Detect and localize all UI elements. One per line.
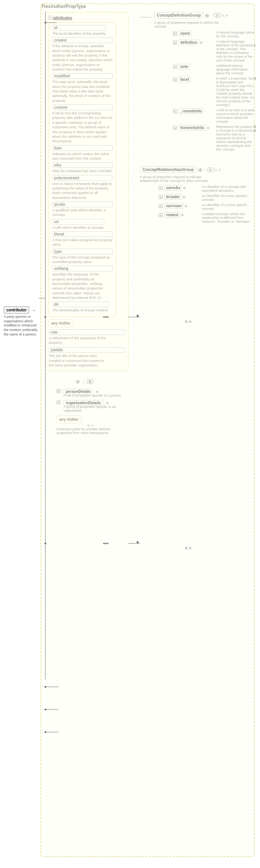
def-connectors: ⊕ → ⊞ (205, 12, 220, 18)
attr-qcode-row: qcode A qualified code which identifies … (52, 202, 113, 217)
svg-rect-12 (45, 686, 46, 688)
attr-creator-desc: If the attribute is empty, specifies whi… (52, 44, 113, 72)
org-details-desc: A group of properties specific to an org… (63, 405, 132, 412)
attr-id-desc: The local identifier of the property. (52, 31, 106, 36)
svg-text:0..∞: 0..∞ (185, 546, 191, 550)
concept-rel-section: ConceptRelationshipsGroup ⊕ → ⊞ 0..∞ A g… (140, 166, 256, 223)
contributor-desc: A party (person or organisation) which m… (4, 315, 42, 337)
attr-jobtitle-row: jobtitle The job title of the person who… (49, 347, 125, 368)
attr-qcode-desc: A qualified code which identifies a conc… (52, 208, 113, 217)
attr-why-row: why Why the metadata has been included. (52, 162, 113, 173)
attr-jobtitle-label: jobtitle (49, 347, 125, 353)
def-facet-label: facet (178, 77, 191, 82)
attr-xmllang-label: xmllang (52, 266, 113, 271)
attr-modified-row: modified The date (and, optionally, the … (52, 73, 113, 103)
attr-id-row: id The local identifier of the property. (52, 25, 113, 36)
concept-rel-label: ConceptRelationshipsGroup (140, 166, 197, 173)
def-item-note: + note Additional natural language infor… (173, 64, 256, 75)
any-other-bottom-desc: Extension point for provider-defined pro… (57, 427, 125, 435)
person-details-row: + personDetails ⊕ A set of properties sp… (57, 389, 256, 397)
rel-items: + sameAs ⊕ An identifier of a concept wi… (159, 185, 255, 223)
attr-jobtitle-desc: The job title of the person who created … (49, 354, 109, 368)
def-definition-desc: A natural language definition of the sem… (216, 40, 256, 62)
rel-related-desc: A related concept, where the relationshi… (202, 212, 255, 223)
rel-multiplicity: 0..∞ (215, 168, 221, 172)
outer-yellow-box: − attributes id The local identifier of … (43, 12, 256, 435)
attr-custom-label: custom (52, 105, 113, 110)
attr-role-label: role (49, 329, 125, 335)
name-plus-icon: + (173, 32, 177, 35)
attributes-items-box: id The local identifier of the property.… (49, 22, 116, 317)
minus-icon[interactable]: − (49, 16, 53, 20)
svg-marker-19 (137, 541, 139, 544)
broader-badge: ⊕ (183, 195, 186, 199)
attr-literal-label: literal (52, 231, 113, 237)
rel-sameas-label: sameAs (164, 185, 182, 191)
attr-dir-desc: The directionality of textual content. (52, 308, 108, 312)
bottom-section: ⊕ → ⊞ + personDetails ⊕ A set of propert… (45, 379, 256, 435)
any-other-bottom-row: any #other 0..∞ Extension point for prov… (57, 416, 256, 435)
any-other-attrs-row: any #other (49, 319, 125, 327)
attr-dir-row: dir The directionality of textual conten… (52, 302, 113, 312)
attr-why-label: why (52, 162, 113, 168)
attributes-label: attributes (53, 15, 72, 20)
attr-why-desc: Why the metadata has been included. (52, 169, 113, 173)
facet-plus-icon: + (173, 78, 177, 82)
def-item-hierarchyinfo: + hierarchyInfo ⊕ Represents the positio… (173, 125, 256, 151)
attr-pubconstraint-row: pubconstraint One or many constraints th… (52, 175, 113, 200)
bottom-connector: ⊕ → ⊞ (76, 379, 256, 385)
svg-rect-13 (45, 709, 46, 710)
right-groups: ConceptDefinitionGroup ⊕ → ⊞ 0..∞ A grou… (140, 12, 256, 223)
attributes-outer: − attributes id The local identifier of … (45, 12, 128, 371)
any-other-bottom-multiplicity: 0..∞ (57, 423, 125, 427)
any-other-bottom-label: any #other (57, 416, 81, 423)
def-items: + name A natural language name for the c… (173, 31, 256, 151)
person-details-badge: ⊕ (96, 390, 99, 394)
def-name-desc: A natural language name for the concept. (216, 31, 256, 38)
def-facet-desc: In NAR 1.8 and later, facet is deprecate… (216, 77, 256, 107)
rel-connectors: ⊕ → ⊞ (198, 167, 214, 173)
attr-role-desc: A refinement of the semantics of the pro… (49, 336, 109, 345)
def-name-label: name (178, 31, 192, 36)
rel-item-narrower: + narrower ⊕ An identifier of a more spe… (159, 203, 255, 211)
sameas-badge: ⊕ (183, 186, 186, 190)
hierarchyinfo-plus-icon: + (173, 126, 177, 130)
concept-def-section: ConceptDefinitionGroup ⊕ → ⊞ 0..∞ A grou… (140, 12, 256, 151)
def-definition-plus-badge: ⊕ (200, 41, 203, 45)
definition-plus-icon: + (173, 41, 177, 45)
person-details-desc: A set of properties specific to a person (63, 394, 121, 397)
rel-broader-label: broader (164, 194, 182, 200)
narrower-plus-icon: + (159, 204, 162, 208)
attributes-header: − attributes (49, 15, 125, 20)
contributor-arrow: → (31, 307, 36, 313)
attr-modified-desc: The date (and, optionally, the time) whe… (52, 80, 113, 103)
svg-rect-11 (45, 543, 46, 544)
rel-broader-desc: An identifier of a more generic concept. (202, 194, 255, 202)
rel-item-related: + related ⊕ A related concept, where the… (159, 212, 255, 223)
attr-how-label: how (52, 145, 113, 151)
def-hierarchyinfo-label: hierarchyInfo (178, 125, 206, 131)
page-title: FlexAuthorPropType (42, 4, 256, 9)
attr-literal-row: literal A free-text value assigned as pr… (52, 231, 113, 247)
attr-creator-row: creator If the attribute is empty, speci… (52, 37, 113, 72)
svg-text:•••: ••• (103, 540, 109, 546)
def-item-remoteinfo: + _remoteInfo A link to an item or a web… (173, 108, 256, 123)
rel-related-label: related (164, 212, 180, 218)
def-item-facet: + facet In NAR 1.8 and later, facet is d… (173, 77, 256, 107)
main-container: FlexAuthorPropType contributor → A party… (0, 0, 260, 439)
attr-uri-row: uri A URI which identifies a concept. (52, 219, 113, 230)
def-hierarchyinfo-plus-badge: ⊕ (207, 126, 210, 130)
remoteinfo-plus-icon: + (173, 109, 177, 113)
attr-custom-row: custom If set to true the corresponding … (52, 105, 113, 143)
org-details-plus-icon: + (57, 400, 60, 404)
attr-xmllang-desc: Specifies the language of this property … (52, 272, 113, 300)
def-remoteinfo-label: _remoteInfo (178, 108, 204, 114)
def-box-row: ConceptDefinitionGroup ⊕ → ⊞ 0..∞ (154, 12, 228, 18)
attr-how-row: how Indicates by which means the value w… (52, 145, 113, 161)
contributor-section: contributor → A party (person or organis… (4, 306, 43, 337)
attr-pubconstraint-desc: One or many constraints that apply to pu… (52, 182, 113, 200)
attr-type-row: type The type of the concept assigned as… (52, 249, 113, 265)
rel-box-row: ConceptRelationshipsGroup ⊕ → ⊞ 0..∞ (140, 166, 221, 173)
def-hierarchyinfo-desc: Represents the position of a concept in … (216, 125, 256, 151)
broader-plus-icon: + (159, 195, 162, 199)
